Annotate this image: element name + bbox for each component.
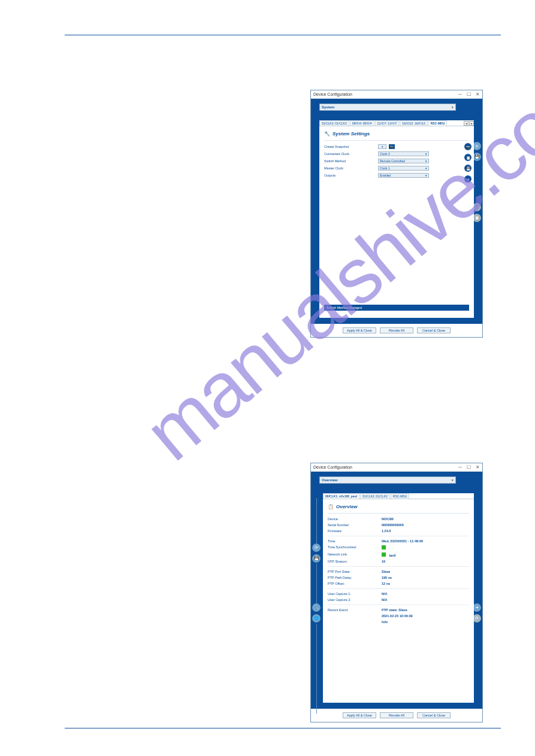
panel-heading-text: System Settings bbox=[333, 131, 370, 136]
panel-wrap: ⟳ 💾 🔧 🌐 ➜ ⟳ 00/CLK1: n2x180_paul 01/CLK2… bbox=[311, 487, 482, 709]
value-time: Wed, 02/24/2021 - 11:48:06 bbox=[382, 539, 423, 543]
tab-00clk1[interactable]: 00/CLK1: n2x180_paul bbox=[323, 493, 359, 499]
value-ntp: 16 bbox=[382, 560, 385, 563]
row-ptpstate: PTP Port State: Slave bbox=[328, 569, 469, 575]
titlebar[interactable]: Device Configuration ─ ☐ ✕ bbox=[311, 90, 482, 99]
side-save-icon[interactable]: 💾 bbox=[473, 153, 481, 161]
apply-action-icon[interactable]: ✔ bbox=[464, 175, 471, 183]
window-controls: ─ ☐ ✕ bbox=[458, 92, 480, 97]
label-revent: Recent Event: bbox=[328, 608, 382, 612]
clipboard-icon: 📋 bbox=[328, 504, 334, 509]
left-rail-line-mid bbox=[316, 564, 317, 603]
select-master-clock[interactable]: Clock 1 ▾ bbox=[378, 166, 429, 171]
cancel-close-button[interactable]: Cancel & Close bbox=[417, 327, 451, 333]
label-uc2: User Capture 2: bbox=[328, 598, 382, 602]
tab-rsc-mdu[interactable]: RSC-MDU bbox=[428, 120, 448, 126]
copy-action-icon[interactable]: 📋 bbox=[464, 154, 471, 161]
toolbar-band: System ▾ bbox=[311, 99, 482, 114]
system-settings-panel: 🔧 System Settings 📷 📋 💾 ✔ Create Snapsho… bbox=[319, 126, 474, 318]
save-action-icon[interactable]: 💾 bbox=[464, 165, 471, 172]
panel-spacer bbox=[324, 179, 469, 303]
label-time: Time: bbox=[328, 539, 382, 543]
close-icon[interactable]: ✕ bbox=[476, 465, 480, 470]
minimize-icon[interactable]: ─ bbox=[458, 92, 462, 97]
tab-11io7[interactable]: 11/IO7: 11/IO7 bbox=[375, 120, 400, 126]
label-firmware: Firmware: bbox=[328, 529, 382, 533]
maximize-icon[interactable]: ☐ bbox=[467, 92, 471, 97]
label-tsync: Time Synchronized: bbox=[328, 545, 382, 550]
minimize-icon[interactable]: ─ bbox=[458, 465, 462, 470]
select-switch-method[interactable]: Remote-Controlled ▾ bbox=[378, 159, 429, 163]
view-select-value: System bbox=[322, 105, 334, 109]
separator bbox=[328, 566, 469, 567]
status-bar: Switch Method changed. bbox=[324, 305, 469, 311]
chevron-down-icon: ▾ bbox=[425, 159, 427, 163]
row-outputs: Outputs Enabled ▾ bbox=[324, 172, 469, 179]
value-ptpdelay: 195 ns bbox=[382, 576, 392, 579]
tab-container: 00/CLK1: n2x180_paul 01/CLK2: 01/CLK2 RS… bbox=[323, 493, 474, 703]
page-rule-bottom bbox=[65, 728, 501, 728]
left-globe-icon[interactable]: 🌐 bbox=[312, 614, 321, 623]
panel-right-icons: 📷 📋 💾 ✔ bbox=[464, 143, 471, 183]
titlebar[interactable]: Device Configuration ─ ☐ ✕ bbox=[311, 463, 482, 472]
snapshot-select[interactable]: ▾ bbox=[378, 144, 386, 149]
revoke-all-button[interactable]: Revoke All bbox=[380, 327, 413, 333]
separator bbox=[328, 536, 469, 536]
right-refresh-icon[interactable]: ⟳ bbox=[473, 614, 481, 623]
window-title: Device Configuration bbox=[313, 92, 352, 96]
row-ptpdelay: PTP Path Delay: 195 ns bbox=[328, 575, 469, 581]
tab-rsc-mdu[interactable]: RSC-MDU bbox=[391, 493, 410, 499]
panel-heading: 🔧 System Settings bbox=[324, 130, 469, 141]
side-import-icon[interactable]: ⎘ bbox=[473, 142, 481, 150]
value-nlink-text: lan0 bbox=[389, 554, 396, 557]
left-settings-icon[interactable]: 🔧 bbox=[312, 603, 321, 612]
row-revent: Recent Event: PTP state: Slave bbox=[328, 607, 469, 613]
label-nlink: Network Link: bbox=[328, 552, 382, 557]
select-connected-clock[interactable]: Clock 2 ▾ bbox=[378, 151, 429, 156]
status-green-icon bbox=[382, 552, 386, 557]
chevron-down-icon: ▾ bbox=[425, 174, 427, 177]
side-settings-icon[interactable]: 🔧 bbox=[473, 203, 481, 211]
close-icon[interactable]: ✕ bbox=[476, 92, 480, 97]
camera-button[interactable]: 📷 bbox=[389, 144, 395, 149]
label-master-clock: Master Clock bbox=[324, 166, 378, 170]
row-uc2: User Capture 2: N/A bbox=[328, 597, 469, 603]
select-switch-method-value: Remote-Controlled bbox=[380, 159, 405, 163]
left-save-icon[interactable]: 💾 bbox=[312, 554, 321, 563]
apply-all-close-button[interactable]: Apply All & Close bbox=[343, 327, 376, 333]
window-device-config-system: Device Configuration ─ ☐ ✕ System ▾ ⎘ 💾 … bbox=[310, 90, 483, 338]
apply-all-close-button[interactable]: Apply All & Close bbox=[343, 712, 376, 718]
snapshot-action-icon[interactable]: 📷 bbox=[464, 143, 471, 150]
label-serial: Serial Number: bbox=[328, 523, 382, 527]
label-device: Device: bbox=[328, 517, 382, 521]
revoke-all-button[interactable]: Revoke All bbox=[380, 712, 413, 718]
cancel-close-button[interactable]: Cancel & Close bbox=[417, 712, 451, 718]
view-select[interactable]: System ▾ bbox=[319, 104, 456, 111]
tab-16io12[interactable]: 16/IO12: 16/IO12 bbox=[400, 120, 427, 126]
overview-panel: 📋 Overview Device: N2X180 Serial Number:… bbox=[323, 499, 474, 703]
footer: Apply All & Close Revoke All Cancel & Cl… bbox=[311, 324, 482, 337]
tab-scroll-left-icon[interactable]: ◂ bbox=[464, 121, 468, 126]
wrench-icon: 🔧 bbox=[324, 131, 330, 136]
tab-01clk2[interactable]: 01/CLK2: 01/CLK2 bbox=[319, 120, 349, 126]
row-time: Time: Wed, 02/24/2021 - 11:48:06 bbox=[328, 538, 469, 544]
window-device-config-overview: Device Configuration ─ ☐ ✕ Overview ▾ ⟳ … bbox=[310, 463, 483, 722]
view-select[interactable]: Overview ▾ bbox=[319, 476, 456, 484]
tab-08io4[interactable]: 08/IO4: 08/IO4 bbox=[350, 120, 374, 126]
maximize-icon[interactable]: ☐ bbox=[467, 465, 471, 470]
value-revent-1: PTP state: Slave bbox=[382, 608, 407, 612]
tab-scroll-right-icon[interactable]: ▸ bbox=[469, 121, 474, 126]
side-list-icon[interactable]: 📋 bbox=[473, 214, 481, 222]
left-refresh-icon[interactable]: ⟳ bbox=[312, 544, 321, 552]
left-rail-line-top bbox=[316, 498, 317, 544]
right-expand-icon[interactable]: ➜ bbox=[473, 603, 481, 612]
select-outputs[interactable]: Enabled ▾ bbox=[378, 173, 429, 178]
row-switch-method: Switch Method Remote-Controlled ▾ bbox=[324, 157, 469, 165]
select-outputs-value: Enabled bbox=[380, 174, 391, 177]
label-ptpstate: PTP Port State: bbox=[328, 570, 382, 573]
label-uc1: User Capture 1: bbox=[328, 592, 382, 596]
tab-01clk2[interactable]: 01/CLK2: 01/CLK2 bbox=[360, 493, 390, 499]
chevron-down-icon: ▾ bbox=[452, 105, 454, 109]
value-uc1: N/A bbox=[382, 592, 387, 596]
row-ptpoff: PTP Offset: 12 ns bbox=[328, 581, 469, 587]
